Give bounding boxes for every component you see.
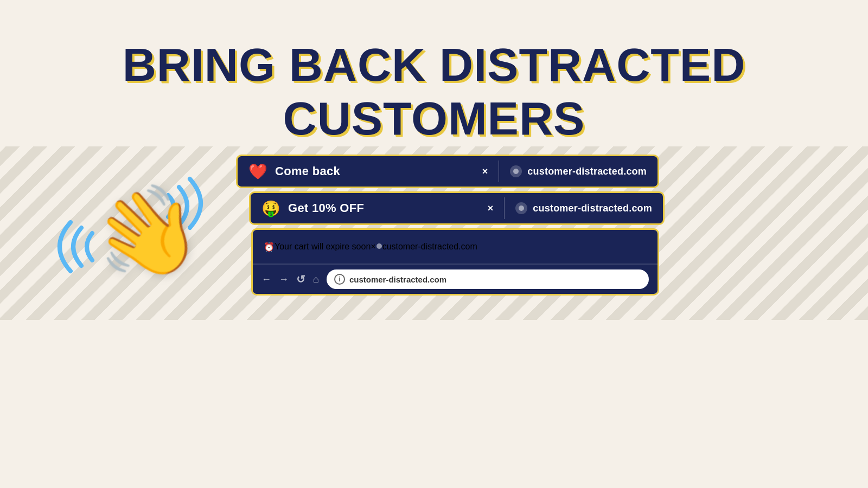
- back-button[interactable]: ←: [261, 274, 271, 285]
- title-line1: BRING BACK DISTRACTED: [123, 38, 746, 91]
- address-bar[interactable]: i customer-distracted.com: [327, 269, 649, 289]
- notification-close-1[interactable]: ×: [482, 166, 488, 177]
- notification-close-2[interactable]: ×: [488, 203, 494, 214]
- notification-domain-icon-3: [376, 242, 382, 252]
- home-button[interactable]: ⌂: [313, 274, 319, 285]
- notification-domain-1: customer-distracted.com: [527, 166, 647, 177]
- info-icon: i: [334, 274, 345, 285]
- refresh-button[interactable]: ↺: [296, 273, 305, 286]
- notification-icon-1: ❤️: [248, 163, 267, 181]
- notification-browser-group: ⏰ Your cart will expire soon × customer-…: [251, 228, 659, 296]
- notification-domain-icon-2: [515, 202, 527, 214]
- address-text: customer-distracted.com: [349, 275, 446, 284]
- browser-nav-bar: ← → ↺ ⌂ i customer-distracted.com: [253, 264, 658, 294]
- svg-point-0: [513, 169, 519, 174]
- notification-bar-2: 🤑 Get 10% OFF × customer-distracted.com: [249, 191, 665, 225]
- notification-domain-2: customer-distracted.com: [533, 203, 652, 214]
- notification-icon-3: ⏰: [264, 242, 275, 252]
- notification-divider-1: [499, 160, 499, 182]
- notification-divider-2: [504, 197, 505, 219]
- domain-lock-icon-2: [518, 205, 525, 211]
- page-title: BRING BACK DISTRACTED CUSTOMERS: [0, 38, 868, 145]
- notification-icon-2: 🤑: [261, 200, 280, 217]
- notification-text-1: Come back: [275, 164, 471, 178]
- notifications-wrapper: ❤️ Come back × customer-distracted.com 🤑…: [236, 155, 659, 296]
- notification-close-3[interactable]: ×: [371, 242, 375, 252]
- forward-button[interactable]: →: [279, 274, 289, 285]
- notification-text-2: Get 10% OFF: [288, 201, 477, 215]
- notification-text-3: Your cart will expire soon: [275, 242, 371, 252]
- notification-bar-1: ❤️ Come back × customer-distracted.com: [236, 155, 659, 188]
- notification-bar-3: ⏰ Your cart will expire soon × customer-…: [253, 230, 658, 264]
- notification-domain-icon-1: [510, 165, 522, 177]
- svg-point-2: [376, 243, 382, 249]
- domain-lock-icon-1: [513, 168, 519, 175]
- hand-container: 👋: [71, 146, 222, 320]
- svg-point-1: [519, 206, 524, 211]
- title-line2: CUSTOMERS: [283, 92, 585, 144]
- domain-lock-icon-3: [376, 243, 382, 249]
- notification-domain-3: customer-distracted.com: [382, 242, 477, 252]
- page-title-section: BRING BACK DISTRACTED CUSTOMERS: [0, 0, 868, 145]
